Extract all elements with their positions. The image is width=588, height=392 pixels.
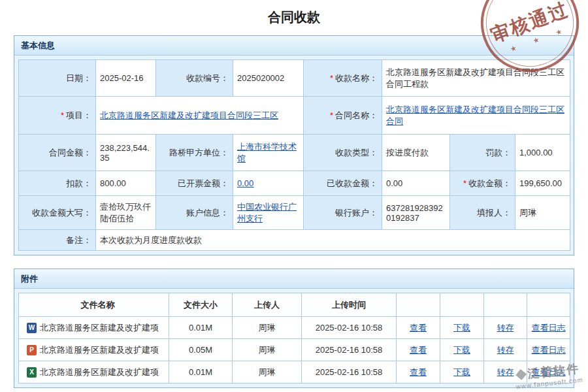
- download-link[interactable]: 下载: [453, 345, 470, 355]
- attachment-row-2: P 北京路道服务区新建及改扩建项 0.05M 周琳 2025-02-16 10:…: [19, 339, 570, 361]
- preparer-label-text: 填报人：: [477, 208, 511, 218]
- page: 合同收款 审核通过 ★ ★ ★ 基本信息 日期： 2025-02-16 收款编号…: [0, 0, 588, 392]
- file-name: 北京路道服务区新建及改扩建项: [40, 322, 159, 334]
- excel-file-icon: X: [27, 367, 37, 378]
- project-label: *项目：: [19, 97, 96, 135]
- action-cell: 下载: [440, 317, 484, 339]
- action-cell: 查看: [397, 317, 440, 339]
- contract-name-value: 北京路道服务区新建及改扩建项目合同段三工区合同: [382, 97, 570, 135]
- attachment-row-3: X 北京路道服务区新建及改扩建项 0.01M 周琳 2025-02-16 10:…: [19, 361, 570, 384]
- contract-name-label-text: 合同名称：: [335, 110, 378, 120]
- action-cell: 下载: [440, 361, 484, 384]
- page-title: 合同收款: [14, 0, 574, 35]
- attachment-row-1: W 北京路道服务区新建及改扩建项 0.01M 周琳 2025-02-16 10:…: [19, 317, 570, 339]
- view-link[interactable]: 查看: [410, 367, 427, 377]
- preparer-value: 周琳: [515, 196, 570, 230]
- download-link[interactable]: 下载: [453, 323, 470, 333]
- receipt-no-value: 2025020002: [233, 60, 304, 97]
- view-link[interactable]: 查看: [410, 323, 427, 333]
- basic-info-section: 基本信息 日期： 2025-02-16 收款编号： 2025020002 *收款…: [14, 35, 574, 255]
- preparer-label: 填报人：: [450, 196, 515, 230]
- action-cell: 查看: [397, 361, 440, 384]
- file-upload-time: 2025-02-16 10:58: [302, 339, 397, 361]
- info-row-3: 合同金额： 238,223,544.35 路桥甲方单位： 上海市科学技术馆 收款…: [19, 135, 570, 171]
- col-file-name: 文件名称: [19, 293, 169, 317]
- file-uploader: 周琳: [233, 317, 302, 339]
- receipt-type-label-text: 收款类型：: [335, 148, 378, 157]
- required-asterisk: *: [330, 73, 333, 83]
- receipt-type-label: 收款类型：: [304, 135, 382, 171]
- download-link[interactable]: 下载: [453, 367, 470, 377]
- col-action-view: [397, 293, 440, 317]
- contract-name-link[interactable]: 北京路道服务区新建及改扩建项目合同段三工区合同: [386, 105, 564, 126]
- invoiced-amount-value: 0.00: [233, 171, 304, 196]
- info-row-5: 收款金额大写： 壹拾玖万玖仟陆佰伍拾 账户信息： 中国农业银行广州支行 银行账户…: [19, 196, 570, 230]
- file-name: 北京路道服务区新建及改扩建项: [40, 367, 159, 378]
- action-cell: 查看日志: [527, 317, 570, 339]
- attachments-header-row: 文件名称 文件大小 上传人 上传时间: [19, 293, 570, 317]
- action-cell: 转存: [484, 361, 527, 384]
- account-info-link[interactable]: 中国农业银行广州支行: [237, 202, 297, 223]
- contract-amount-label: 合同金额：: [19, 135, 96, 171]
- remark-label-text: 备注：: [66, 235, 91, 245]
- receipt-name-label-text: 收款名称：: [335, 73, 378, 83]
- view-link[interactable]: 查看: [410, 345, 427, 355]
- received-amount-label-text: 已收款金额：: [327, 178, 378, 188]
- info-row-4: 扣款： 800.00 已开票金额： 0.00 已收款金额： 0.00 *收款金额…: [19, 171, 570, 196]
- receipt-amount-label-text: 收款金额：: [468, 178, 511, 188]
- file-uploader: 周琳: [233, 339, 302, 361]
- receipt-no-label-text: 收款编号：: [186, 73, 229, 83]
- amount-in-words-label: 收款金额大写：: [19, 196, 96, 230]
- invoiced-amount-link[interactable]: 0.00: [237, 178, 253, 188]
- date-value: 2025-02-16: [96, 60, 156, 97]
- action-cell: 转存: [484, 339, 527, 361]
- col-action-transfer: [484, 293, 527, 317]
- basic-info-table: 日期： 2025-02-16 收款编号： 2025020002 *收款名称： 北…: [18, 59, 570, 251]
- account-info-value: 中国农业银行广州支行: [233, 196, 304, 230]
- amount-in-words-label-text: 收款金额大写：: [32, 208, 91, 218]
- project-link[interactable]: 北京路道服务区新建及改扩建项目合同段三工区: [100, 110, 278, 120]
- file-size: 0.05M: [169, 339, 233, 361]
- view-log-link[interactable]: 查看日志: [532, 345, 566, 355]
- file-name-cell: X 北京路道服务区新建及改扩建项: [19, 361, 169, 384]
- invoiced-amount-label: 已开票金额：: [156, 171, 233, 196]
- col-action-log: [527, 293, 570, 317]
- bank-account-label-text: 银行账户：: [335, 208, 378, 218]
- transfer-link[interactable]: 转存: [497, 367, 514, 377]
- view-log-link[interactable]: 查看日志: [532, 367, 566, 377]
- transfer-link[interactable]: 转存: [497, 323, 514, 333]
- info-row-6: 备注： 本次收款为月度进度款收款: [19, 230, 570, 251]
- action-cell: 下载: [440, 339, 484, 361]
- penalty-label-text: 罚款：: [485, 148, 511, 157]
- required-asterisk: *: [330, 110, 333, 120]
- col-action-download: [440, 293, 484, 317]
- file-name: 北京路道服务区新建及改扩建项: [40, 344, 159, 356]
- party-a-unit-link[interactable]: 上海市科学技术馆: [237, 142, 297, 163]
- receipt-no-label: 收款编号：: [156, 60, 233, 97]
- receipt-amount-label: *收款金额：: [450, 171, 515, 196]
- file-uploader: 周琳: [233, 361, 302, 384]
- required-asterisk: *: [61, 110, 64, 120]
- transfer-link[interactable]: 转存: [497, 345, 514, 355]
- remark-label: 备注：: [19, 230, 96, 251]
- col-upload-time: 上传时间: [302, 293, 397, 317]
- party-a-unit-value: 上海市科学技术馆: [233, 135, 304, 171]
- date-label-text: 日期：: [66, 73, 91, 83]
- ppt-file-icon: P: [27, 345, 37, 355]
- view-log-link[interactable]: 查看日志: [532, 323, 566, 333]
- info-row-2: *项目： 北京路道服务区新建及改扩建项目合同段三工区 *合同名称： 北京路道服务…: [19, 97, 570, 135]
- required-asterisk: *: [463, 178, 466, 188]
- action-cell: 转存: [484, 317, 527, 339]
- action-cell: 查看日志: [527, 339, 570, 361]
- col-file-size: 文件大小: [169, 293, 233, 317]
- received-amount-value: 0.00: [382, 171, 450, 196]
- project-value: 北京路道服务区新建及改扩建项目合同段三工区: [96, 97, 304, 135]
- action-cell: 查看日志: [527, 361, 570, 384]
- penalty-value: 1,000.00: [515, 135, 570, 171]
- info-row-1: 日期： 2025-02-16 收款编号： 2025020002 *收款名称： 北…: [19, 60, 570, 97]
- account-info-label-text: 账户信息：: [186, 208, 229, 218]
- file-name-cell: W 北京路道服务区新建及改扩建项: [19, 317, 169, 339]
- amount-in-words-value: 壹拾玖万玖仟陆佰伍拾: [96, 196, 156, 230]
- deduction-label: 扣款：: [19, 171, 96, 196]
- file-size: 0.01M: [169, 361, 233, 384]
